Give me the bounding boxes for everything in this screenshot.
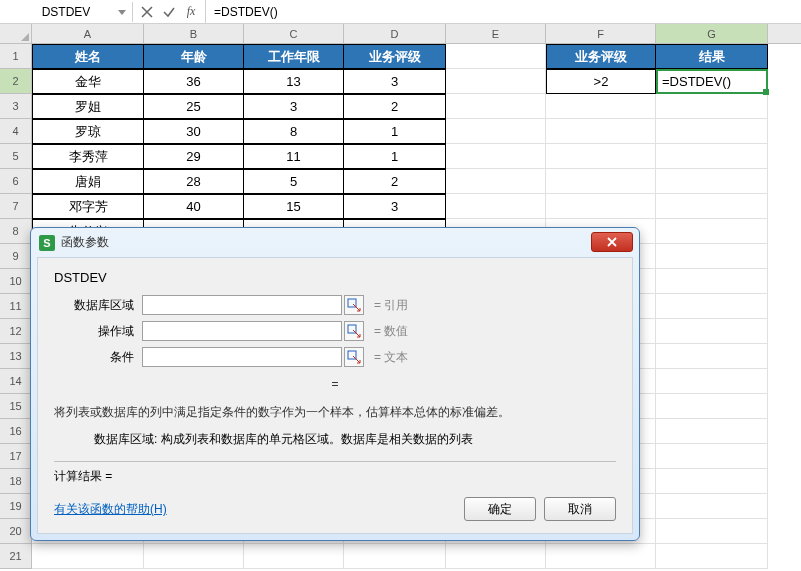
cell-D6[interactable]: 2 — [344, 169, 446, 194]
cell-A5[interactable]: 李秀萍 — [32, 144, 144, 169]
cell-D4[interactable]: 1 — [344, 119, 446, 144]
cell-G15[interactable] — [656, 394, 768, 419]
cell-G3[interactable] — [656, 94, 768, 119]
cell-C3[interactable]: 3 — [244, 94, 344, 119]
cancel-icon[interactable] — [139, 4, 155, 20]
column-header-C[interactable]: C — [244, 24, 344, 43]
cell-E5[interactable] — [446, 144, 546, 169]
row-header-17[interactable]: 17 — [0, 444, 32, 469]
cell-G4[interactable] — [656, 119, 768, 144]
cell-G9[interactable] — [656, 244, 768, 269]
dialog-titlebar[interactable]: S 函数参数 — [31, 228, 639, 257]
ok-button[interactable]: 确定 — [464, 497, 536, 521]
range-select-icon[interactable] — [344, 295, 364, 315]
cell-A6[interactable]: 唐娟 — [32, 169, 144, 194]
cell-D2[interactable]: 3 — [344, 69, 446, 94]
formula-input[interactable]: =DSTDEV() — [206, 0, 801, 23]
cell-F21[interactable] — [546, 544, 656, 569]
cell-C5[interactable]: 11 — [244, 144, 344, 169]
row-header-16[interactable]: 16 — [0, 419, 32, 444]
cell-B3[interactable]: 25 — [144, 94, 244, 119]
cell-D5[interactable]: 1 — [344, 144, 446, 169]
row-header-2[interactable]: 2 — [0, 69, 32, 94]
param-input-1[interactable] — [142, 321, 342, 341]
cell-A3[interactable]: 罗姐 — [32, 94, 144, 119]
row-header-9[interactable]: 9 — [0, 244, 32, 269]
row-header-3[interactable]: 3 — [0, 94, 32, 119]
close-icon[interactable] — [591, 232, 633, 252]
cell-G16[interactable] — [656, 419, 768, 444]
row-header-20[interactable]: 20 — [0, 519, 32, 544]
cell-G1[interactable]: 结果 — [656, 44, 768, 69]
cell-G18[interactable] — [656, 469, 768, 494]
cell-C21[interactable] — [244, 544, 344, 569]
cell-A2[interactable]: 金华 — [32, 69, 144, 94]
cell-G7[interactable] — [656, 194, 768, 219]
cell-C1[interactable]: 工作年限 — [244, 44, 344, 69]
cell-G12[interactable] — [656, 319, 768, 344]
column-header-A[interactable]: A — [32, 24, 144, 43]
cell-B7[interactable]: 40 — [144, 194, 244, 219]
cell-E2[interactable] — [446, 69, 546, 94]
cell-G10[interactable] — [656, 269, 768, 294]
cell-G8[interactable] — [656, 219, 768, 244]
row-header-5[interactable]: 5 — [0, 144, 32, 169]
cell-D21[interactable] — [344, 544, 446, 569]
param-input-2[interactable] — [142, 347, 342, 367]
cell-F2[interactable]: >2 — [546, 69, 656, 94]
range-select-icon[interactable] — [344, 347, 364, 367]
row-header-1[interactable]: 1 — [0, 44, 32, 69]
row-header-12[interactable]: 12 — [0, 319, 32, 344]
cell-C4[interactable]: 8 — [244, 119, 344, 144]
row-header-15[interactable]: 15 — [0, 394, 32, 419]
cell-G11[interactable] — [656, 294, 768, 319]
cell-A1[interactable]: 姓名 — [32, 44, 144, 69]
row-header-11[interactable]: 11 — [0, 294, 32, 319]
cell-C6[interactable]: 5 — [244, 169, 344, 194]
cell-G14[interactable] — [656, 369, 768, 394]
cell-G19[interactable] — [656, 494, 768, 519]
name-box[interactable]: DSTDEV — [0, 2, 133, 22]
cell-E1[interactable] — [446, 44, 546, 69]
column-header-G[interactable]: G — [656, 24, 768, 43]
cell-G17[interactable] — [656, 444, 768, 469]
cell-E3[interactable] — [446, 94, 546, 119]
cell-A21[interactable] — [32, 544, 144, 569]
cell-F7[interactable] — [546, 194, 656, 219]
cell-F1[interactable]: 业务评级 — [546, 44, 656, 69]
range-select-icon[interactable] — [344, 321, 364, 341]
cell-E6[interactable] — [446, 169, 546, 194]
cell-B5[interactable]: 29 — [144, 144, 244, 169]
cell-E21[interactable] — [446, 544, 546, 569]
cell-F5[interactable] — [546, 144, 656, 169]
cell-F6[interactable] — [546, 169, 656, 194]
cell-E7[interactable] — [446, 194, 546, 219]
cell-G6[interactable] — [656, 169, 768, 194]
cell-G13[interactable] — [656, 344, 768, 369]
cell-B2[interactable]: 36 — [144, 69, 244, 94]
cell-D7[interactable]: 3 — [344, 194, 446, 219]
param-input-0[interactable] — [142, 295, 342, 315]
cell-D3[interactable]: 2 — [344, 94, 446, 119]
row-header-10[interactable]: 10 — [0, 269, 32, 294]
cell-B21[interactable] — [144, 544, 244, 569]
cell-C7[interactable]: 15 — [244, 194, 344, 219]
row-header-18[interactable]: 18 — [0, 469, 32, 494]
row-header-14[interactable]: 14 — [0, 369, 32, 394]
column-header-F[interactable]: F — [546, 24, 656, 43]
accept-icon[interactable] — [161, 4, 177, 20]
cell-C2[interactable]: 13 — [244, 69, 344, 94]
cell-B1[interactable]: 年龄 — [144, 44, 244, 69]
cell-B6[interactable]: 28 — [144, 169, 244, 194]
row-header-21[interactable]: 21 — [0, 544, 32, 569]
cell-E4[interactable] — [446, 119, 546, 144]
cell-A4[interactable]: 罗琼 — [32, 119, 144, 144]
help-link[interactable]: 有关该函数的帮助(H) — [54, 501, 167, 518]
cell-F3[interactable] — [546, 94, 656, 119]
column-header-D[interactable]: D — [344, 24, 446, 43]
cell-F4[interactable] — [546, 119, 656, 144]
cell-G5[interactable] — [656, 144, 768, 169]
row-header-6[interactable]: 6 — [0, 169, 32, 194]
row-header-19[interactable]: 19 — [0, 494, 32, 519]
row-header-7[interactable]: 7 — [0, 194, 32, 219]
